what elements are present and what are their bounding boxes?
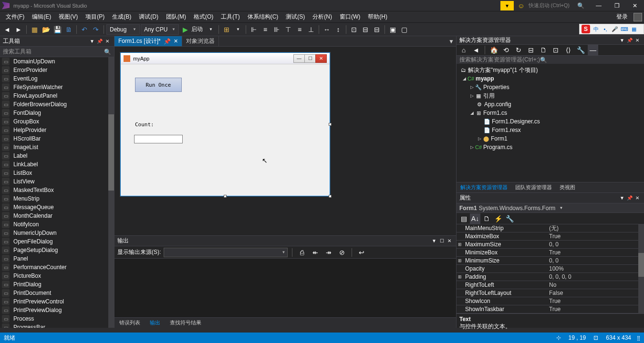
toolbox-item[interactable]: ▭ListBox <box>0 169 114 177</box>
toolbox-search-input[interactable]: 搜索工具箱 🔍 <box>0 47 114 57</box>
toolbox-item[interactable]: ▭HelpProvider <box>0 126 114 134</box>
toolbox-item[interactable]: ▭DomainUpDown <box>0 57 114 66</box>
align-bottom-button[interactable]: ⊥ <box>306 24 316 35</box>
property-row[interactable]: MinimizeBoxTrue <box>457 249 644 257</box>
align-top-button[interactable]: ⊤ <box>283 24 293 35</box>
tree-form1-class[interactable]: ▷⬤Form1 <box>457 134 644 143</box>
tree-project[interactable]: ◢C#myapp <box>457 74 644 83</box>
menu-tools[interactable]: 工具(T) <box>217 12 243 22</box>
save-all-button[interactable]: 🗎 <box>63 24 74 35</box>
search-icon[interactable]: 🔍 <box>573 1 588 10</box>
toolbox-close-icon[interactable]: ✕ <box>104 38 111 45</box>
property-value[interactable]: No <box>547 282 644 288</box>
run-once-button[interactable]: Run Once <box>135 78 182 92</box>
sln-filter-button[interactable]: — <box>588 45 598 55</box>
ime-logo-icon[interactable]: S <box>582 25 590 33</box>
props-pin-icon[interactable]: 📌 <box>626 194 634 202</box>
tree-form1cs[interactable]: ◢⊞Form1.cs <box>457 109 644 117</box>
ime-keyboard-icon[interactable]: ⌨ <box>621 25 628 33</box>
menu-edit[interactable]: 编辑(E) <box>28 12 55 22</box>
solution-close-icon[interactable]: ✕ <box>634 37 641 44</box>
nav-fwd-button[interactable]: ► <box>13 24 24 35</box>
toolbox-item[interactable]: ▭PictureBox <box>0 272 114 280</box>
property-value[interactable]: 0, 0, 0, 0 <box>547 273 644 280</box>
property-row[interactable]: ⊞MinimumSize0, 0 <box>457 257 644 265</box>
toolbox-item[interactable]: ▭Process <box>0 314 114 323</box>
bring-front-button[interactable]: ▣ <box>387 24 398 35</box>
center-h-button[interactable]: ⊟ <box>360 24 371 35</box>
run-button[interactable]: ▶ <box>180 24 190 35</box>
sln-refresh-button[interactable]: ↻ <box>513 45 524 55</box>
output-close-icon[interactable]: ✕ <box>446 237 453 245</box>
output-prev-button[interactable]: ↞ <box>310 247 321 258</box>
platform-combo[interactable]: Any CPU▼ <box>141 24 179 35</box>
align-center-button[interactable]: ≡ <box>260 24 270 35</box>
toolbox-item[interactable]: ▭MessageQueue <box>0 203 114 212</box>
sln-tab-classview[interactable]: 类视图 <box>556 182 579 192</box>
menu-format[interactable]: 格式(O) <box>190 12 217 22</box>
toolbox-item[interactable]: ▭MaskedTextBox <box>0 186 114 194</box>
resize-handle-se[interactable] <box>329 195 332 198</box>
property-value[interactable]: False <box>547 290 644 296</box>
resize-handle-s[interactable] <box>224 195 227 198</box>
layout-btn-1[interactable]: ⊞ <box>221 24 232 35</box>
property-value[interactable]: True <box>547 233 644 240</box>
undo-button[interactable]: ↶ <box>79 24 90 35</box>
property-value[interactable]: 0, 0 <box>547 241 644 248</box>
toolbox-item[interactable]: ▭FileSystemWatcher <box>0 83 114 91</box>
toolbox-item[interactable]: ▭ErrorProvider <box>0 66 114 74</box>
tab-pin-icon[interactable]: 📌 <box>164 38 171 45</box>
sln-tab-explorer[interactable]: 解决方案资源管理器 <box>457 182 511 192</box>
output-wrap-button[interactable]: ↩ <box>356 247 367 258</box>
toolbox-item[interactable]: ▭PageSetupDialog <box>0 246 114 254</box>
toolbox-item[interactable]: ▭EventLog <box>0 74 114 83</box>
btab-findsymbol[interactable]: 查找符号结果 <box>165 318 206 328</box>
props-close-icon[interactable]: ✕ <box>634 194 641 202</box>
nav-back-button[interactable]: ◄ <box>2 24 12 35</box>
ime-mode-button[interactable]: 中 <box>592 25 600 33</box>
property-value[interactable]: True <box>547 306 644 313</box>
resize-handle-e[interactable] <box>329 123 332 126</box>
toolbox-item[interactable]: ▭PerformanceCounter <box>0 263 114 272</box>
toolbox-scrollbar[interactable] <box>108 57 114 328</box>
run-label[interactable]: 启动 <box>191 25 203 33</box>
restore-button[interactable]: ❐ <box>610 1 624 10</box>
spacing-h-button[interactable]: ↔ <box>322 24 332 35</box>
toolbox-item[interactable]: ▭ProgressBar <box>0 323 114 328</box>
send-back-button[interactable]: ▢ <box>399 24 409 35</box>
sln-home2-button[interactable]: 🏠 <box>488 45 499 55</box>
winform-myapp[interactable]: myApp — ☐ ✕ Run Once Count: ↖ <box>120 52 330 196</box>
toolbox-item[interactable]: ▭Panel <box>0 254 114 263</box>
sln-home-button[interactable]: ⌂ <box>458 45 469 55</box>
tree-resx[interactable]: 📄Form1.resx <box>457 126 644 134</box>
toolbox-item[interactable]: ▭LinkLabel <box>0 160 114 169</box>
property-value[interactable]: 0, 0 <box>547 257 644 264</box>
expand-icon[interactable]: ⊞ <box>457 274 463 279</box>
spacing-v-button[interactable]: ↕ <box>333 24 343 35</box>
property-row[interactable]: MaximizeBoxTrue <box>457 232 644 241</box>
sln-preview-button[interactable]: ⟨⟩ <box>563 45 573 55</box>
property-row[interactable]: ShowIconTrue <box>457 297 644 305</box>
property-value[interactable]: 100% <box>547 265 644 272</box>
count-label[interactable]: Count: <box>135 121 154 128</box>
menu-analyze[interactable]: 分析(N) <box>309 12 336 22</box>
ime-mic-icon[interactable]: 🎤 <box>611 25 619 33</box>
toolbox-item[interactable]: ▭PrintDocument <box>0 289 114 297</box>
property-row[interactable]: ShowInTaskbarTrue <box>457 305 644 313</box>
tree-references[interactable]: ▷▦引用 <box>457 91 644 100</box>
toolbox-item[interactable]: ▭NotifyIcon <box>0 220 114 229</box>
tree-program[interactable]: ▷C#Program.cs <box>457 143 644 151</box>
toolbox-item[interactable]: ▭ListView <box>0 177 114 186</box>
solution-dropdown-icon[interactable]: ▼ <box>618 37 626 44</box>
minimize-button[interactable]: — <box>592 1 606 10</box>
property-value[interactable]: True <box>547 298 644 304</box>
menu-test[interactable]: 测试(S) <box>282 12 309 22</box>
property-row[interactable]: ⊞MaximumSize0, 0 <box>457 241 644 249</box>
notification-flag-icon[interactable]: ▾ <box>500 1 514 10</box>
tab-form1-design[interactable]: Form1.cs [设计]* 📌 ✕ <box>114 36 182 46</box>
props-scrollbar[interactable] <box>638 224 644 313</box>
align-left-button[interactable]: ⊩ <box>249 24 259 35</box>
menu-project[interactable]: 项目(P) <box>82 12 108 22</box>
output-maximize-icon[interactable]: ☐ <box>438 237 446 245</box>
align-middle-button[interactable]: ≡ <box>294 24 305 35</box>
